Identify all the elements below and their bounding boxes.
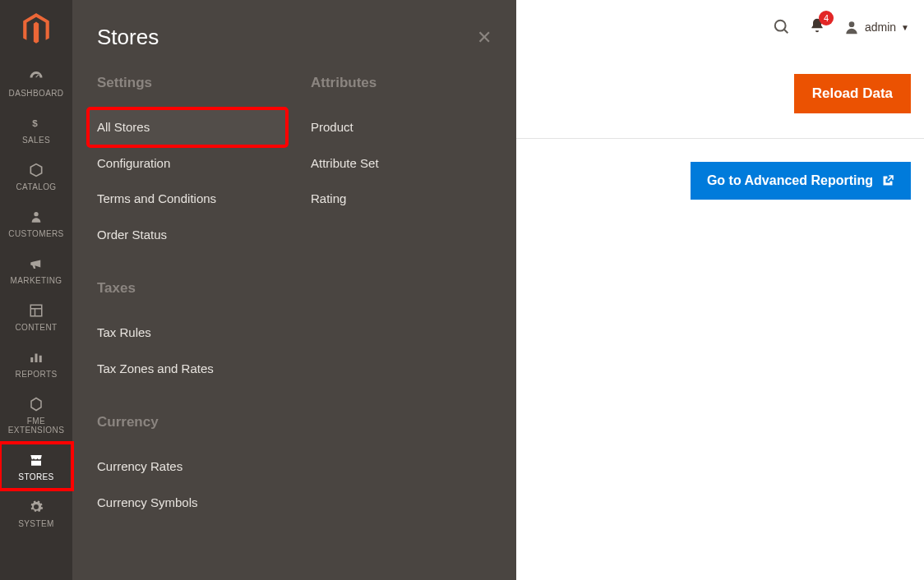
svg-rect-8 bbox=[30, 357, 33, 362]
nav-catalog[interactable]: Catalog bbox=[0, 153, 72, 200]
storefront-icon bbox=[26, 451, 46, 469]
menu-currency-symbols[interactable]: Currency Symbols bbox=[89, 485, 286, 521]
close-icon[interactable]: ✕ bbox=[477, 27, 492, 48]
section-taxes: Taxes Tax Rules Tax Zones and Rates bbox=[97, 280, 278, 386]
svg-rect-10 bbox=[39, 356, 42, 362]
menu-product[interactable]: Product bbox=[303, 109, 500, 145]
nav-content[interactable]: Content bbox=[0, 293, 72, 340]
bar-chart-icon bbox=[26, 348, 46, 366]
nav-label: Marketing bbox=[10, 276, 62, 285]
notifications-bell[interactable]: 4 bbox=[809, 17, 825, 37]
external-link-icon bbox=[881, 174, 894, 187]
menu-rating[interactable]: Rating bbox=[303, 181, 500, 217]
layout-icon bbox=[26, 302, 46, 320]
nav-dashboard[interactable]: Dashboard bbox=[0, 59, 72, 106]
section-title: Currency bbox=[97, 414, 278, 430]
nav-sales[interactable]: $ Sales bbox=[0, 106, 72, 153]
section-currency: Currency Currency Rates Currency Symbols bbox=[97, 414, 278, 520]
megaphone-icon bbox=[26, 255, 46, 273]
svg-point-4 bbox=[34, 212, 38, 216]
menu-configuration[interactable]: Configuration bbox=[89, 145, 286, 182]
submenu-header: Stores ✕ bbox=[72, 15, 516, 75]
nav-label: Reports bbox=[16, 370, 58, 379]
advanced-reporting-label: Go to Advanced Reporting bbox=[707, 173, 873, 188]
dollar-icon: $ bbox=[26, 114, 46, 132]
magento-logo[interactable] bbox=[20, 12, 53, 48]
menu-all-stores[interactable]: All Stores bbox=[89, 109, 286, 145]
cube-icon bbox=[26, 161, 46, 179]
menu-currency-rates[interactable]: Currency Rates bbox=[89, 449, 286, 485]
nav-label: Stores bbox=[18, 472, 53, 481]
hexagon-icon bbox=[26, 395, 46, 413]
section-title: Attributes bbox=[311, 75, 492, 91]
notification-badge: 4 bbox=[819, 11, 834, 25]
menu-attribute-set[interactable]: Attribute Set bbox=[303, 145, 500, 182]
nav-label: Sales bbox=[22, 136, 50, 145]
menu-terms-and-conditions[interactable]: Terms and Conditions bbox=[89, 181, 286, 217]
nav-fme-extensions[interactable]: FME Extensions bbox=[0, 387, 72, 443]
chevron-down-icon: ▼ bbox=[901, 23, 909, 32]
svg-text:$: $ bbox=[32, 117, 38, 128]
section-title: Settings bbox=[97, 75, 278, 91]
nav-label: Catalog bbox=[16, 182, 56, 191]
submenu-title: Stores bbox=[97, 25, 159, 50]
nav-customers[interactable]: Customers bbox=[0, 200, 72, 246]
nav-marketing[interactable]: Marketing bbox=[0, 246, 72, 293]
nav-label: Customers bbox=[8, 229, 63, 238]
svg-line-1 bbox=[784, 30, 788, 34]
svg-point-0 bbox=[775, 21, 786, 31]
stores-submenu: Stores ✕ Settings All Stores Configurati… bbox=[72, 0, 516, 580]
advanced-reporting-button[interactable]: Go to Advanced Reporting bbox=[691, 162, 911, 200]
reload-data-button[interactable]: Reload Data bbox=[794, 74, 911, 113]
dashboard-icon bbox=[26, 67, 46, 85]
svg-rect-5 bbox=[30, 305, 42, 316]
section-attributes: Attributes Product Attribute Set Rating bbox=[311, 75, 492, 217]
user-name: admin bbox=[865, 21, 896, 34]
nav-stores[interactable]: Stores bbox=[0, 443, 72, 490]
svg-point-2 bbox=[849, 21, 855, 27]
gear-icon bbox=[26, 498, 46, 516]
section-title: Taxes bbox=[97, 280, 278, 297]
admin-sidebar: Dashboard $ Sales Catalog Customers Mark… bbox=[0, 0, 72, 580]
person-icon bbox=[26, 208, 46, 226]
nav-label: FME Extensions bbox=[0, 417, 72, 435]
nav-label: Content bbox=[15, 323, 57, 332]
menu-tax-rules[interactable]: Tax Rules bbox=[89, 315, 286, 351]
menu-order-status[interactable]: Order Status bbox=[89, 217, 286, 253]
nav-label: Dashboard bbox=[9, 89, 64, 98]
section-settings: Settings All Stores Configuration Terms … bbox=[97, 75, 278, 252]
nav-label: System bbox=[18, 519, 54, 528]
svg-rect-9 bbox=[35, 354, 38, 363]
menu-tax-zones-rates[interactable]: Tax Zones and Rates bbox=[89, 351, 286, 387]
nav-reports[interactable]: Reports bbox=[0, 340, 72, 387]
nav-system[interactable]: System bbox=[0, 490, 72, 536]
user-menu[interactable]: admin ▼ bbox=[843, 19, 909, 35]
search-icon[interactable] bbox=[773, 18, 791, 36]
